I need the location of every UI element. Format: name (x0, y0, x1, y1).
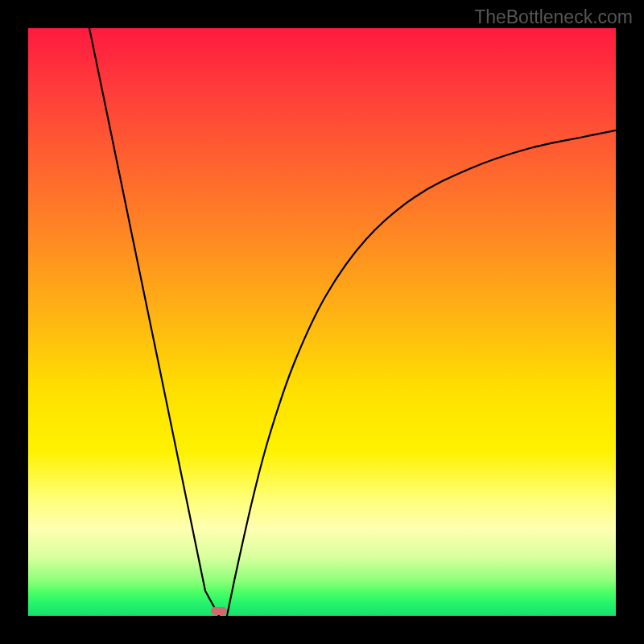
minimum-marker (211, 607, 227, 615)
chart-container: TheBottleneck.com (0, 0, 644, 644)
plot-area (28, 28, 616, 616)
curve-layer (28, 28, 616, 616)
curve-left-branch (89, 28, 219, 616)
curve-right-branch (227, 130, 616, 616)
watermark-text: TheBottleneck.com (474, 6, 633, 28)
